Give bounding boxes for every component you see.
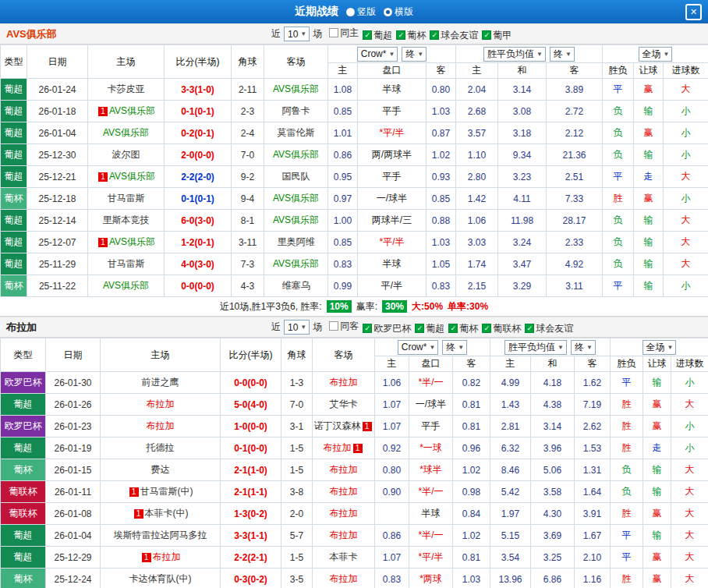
type-badge: 葡超 [1, 79, 27, 101]
scope-select[interactable]: 全场▼ [639, 47, 673, 62]
match-row: 葡杯25-12-24卡达体育队(中)0-3(0-2)3-5布拉加0.83*两球1… [1, 569, 708, 588]
handicap: 半球 [358, 79, 427, 101]
score: 0-3(0-2) [221, 569, 281, 588]
checkbox-checked-icon: ✓ [482, 324, 491, 333]
handicap: 半球 [358, 253, 427, 275]
radio-vertical-layout[interactable]: 竖版 [346, 5, 376, 19]
away-team: 艾华卡 [313, 394, 375, 416]
odds-lose: 1.67 [575, 525, 611, 547]
match-date: 26-01-08 [46, 503, 101, 525]
score: 2-2(2-1) [221, 547, 281, 569]
avg-odds-select[interactable]: 胜平负均值▼ [504, 340, 567, 355]
chevron-down-icon: ▼ [458, 344, 464, 351]
final-odds-select-2[interactable]: 终▼ [550, 47, 575, 62]
odds-lose: 2.33 [547, 232, 603, 253]
match-date: 25-12-21 [27, 166, 88, 188]
team-name: 诺丁汉森林 [314, 420, 361, 431]
avg-odds-select[interactable]: 胜平负均值▼ [483, 47, 546, 62]
checkbox-label: 葡超 [373, 29, 392, 42]
final-odds-select[interactable]: 终▼ [442, 340, 467, 355]
odds-lose: 28.17 [547, 210, 603, 232]
size-result: 大 [671, 459, 708, 481]
filter-checkbox[interactable]: ✓葡超 [415, 322, 444, 335]
score: 0-0(0-0) [221, 372, 281, 394]
checkbox-checked-icon: ✓ [482, 30, 491, 40]
filter-checkbox[interactable]: ✓葡杯 [396, 29, 426, 42]
checkbox-label: 葡联杯 [493, 322, 521, 335]
close-icon: ✕ [690, 7, 697, 17]
radio-horizontal-layout[interactable]: 横版 [384, 5, 413, 19]
result: 平 [603, 166, 634, 188]
result: 平 [611, 547, 643, 569]
type-badge: 欧罗巴杯 [1, 372, 46, 394]
odds-draw: 3.69 [531, 525, 575, 547]
matches-table-avs: 类型 日期 主场 比分(半场) 角球 客场 Crow*▼ 终▼ 胜平负均值▼ 终… [0, 44, 708, 297]
col-type: 类型 [1, 45, 27, 79]
win-rate-badge: 10% [327, 300, 352, 313]
odds-draw: 4.30 [531, 503, 575, 525]
corners: 2-0 [281, 503, 313, 525]
scope-select[interactable]: 全场▼ [643, 340, 677, 355]
odds-draw: 9.34 [498, 144, 547, 166]
handicap: *半/一 [409, 525, 453, 547]
result: 胜 [611, 437, 643, 459]
filter-checkbox[interactable]: ✓葡甲 [482, 29, 512, 42]
odds-win: 2.04 [456, 79, 498, 101]
result: 负 [603, 210, 634, 232]
home-team: 里斯本竞技 [88, 210, 165, 232]
odds-lose: 2.51 [547, 166, 603, 188]
odds-away: 0.88 [427, 210, 456, 232]
odds-win: 2.15 [456, 275, 498, 297]
cover-result: 赢 [634, 188, 664, 210]
score: 3-3(1-0) [165, 79, 232, 101]
filter-checkbox[interactable]: ✓球会友谊 [430, 29, 478, 42]
checkbox-checked-icon: ✓ [448, 324, 458, 333]
odds-win: 13.96 [490, 569, 531, 588]
match-count-select[interactable]: 10▼ [284, 27, 310, 41]
odds-company-select[interactable]: Crow*▼ [357, 47, 398, 62]
col-type: 类型 [1, 338, 46, 372]
odds-home: 1.07 [375, 416, 409, 437]
odds-lose: 2.62 [575, 416, 611, 437]
red-card-badge: 1 [98, 238, 108, 247]
checkbox-checked-icon: ✓ [415, 324, 424, 333]
home-team: 托德拉 [101, 437, 221, 459]
match-count-select[interactable]: 10▼ [284, 320, 310, 335]
team-name: AVS俱乐部 [273, 149, 319, 160]
games-label: 场 [313, 27, 322, 41]
corners: 7-3 [232, 253, 264, 275]
match-row: 葡超25-12-211AVS俱乐部2-2(2-0)9-2国民队0.95平手0.9… [1, 166, 708, 188]
team-name: 甘马雷斯(中) [140, 486, 193, 497]
team-name: 里斯本竞技 [103, 214, 150, 225]
match-row: 葡杯26-01-15费达2-1(1-0)1-5布拉加0.80*球半1.028.4… [1, 459, 708, 481]
odds-home: 0.97 [328, 188, 358, 210]
filter-checkbox[interactable]: ✓葡联杯 [482, 322, 521, 335]
final-odds-select[interactable]: 终▼ [402, 47, 427, 62]
final-odds-select-2[interactable]: 终▼ [571, 340, 596, 355]
filter-checkbox[interactable]: ✓欧罗巴杯 [363, 322, 411, 335]
score: 1-2(0-1) [165, 232, 232, 253]
filter-checkbox[interactable]: ✓葡杯 [448, 322, 478, 335]
score: 0-0(0-0) [165, 275, 232, 297]
odds-home: 0.85 [328, 232, 358, 253]
filter-checkbox[interactable]: ✓球会友谊 [525, 322, 573, 335]
odds-draw: 3.96 [531, 437, 575, 459]
odds-lose: 1.16 [575, 569, 611, 588]
chevron-down-icon: ▼ [586, 344, 593, 351]
odds-home: 0.86 [328, 144, 358, 166]
odds-home: 0.92 [375, 437, 409, 459]
size-result: 大 [671, 525, 708, 547]
col-lose: 客 [575, 356, 611, 372]
score: 6-0(3-0) [165, 210, 232, 232]
close-button[interactable]: ✕ [685, 4, 702, 20]
section-header-avs: AVS俱乐部 近 10▼ 场 同主✓葡超✓葡杯✓球会友谊✓葡甲 [0, 23, 708, 44]
odds-away: 0.80 [427, 79, 456, 101]
filter-checkbox[interactable]: 同客 [329, 320, 359, 333]
odds-win: 3.54 [490, 547, 531, 569]
odds-company-select[interactable]: Crow*▼ [398, 340, 439, 355]
score: 1-0(0-0) [221, 416, 281, 437]
type-badge: 葡超 [1, 144, 27, 166]
filter-checkbox[interactable]: ✓葡超 [363, 29, 392, 42]
filter-checkbox[interactable]: 同主 [329, 27, 359, 40]
handicap: *半/一 [409, 481, 453, 503]
